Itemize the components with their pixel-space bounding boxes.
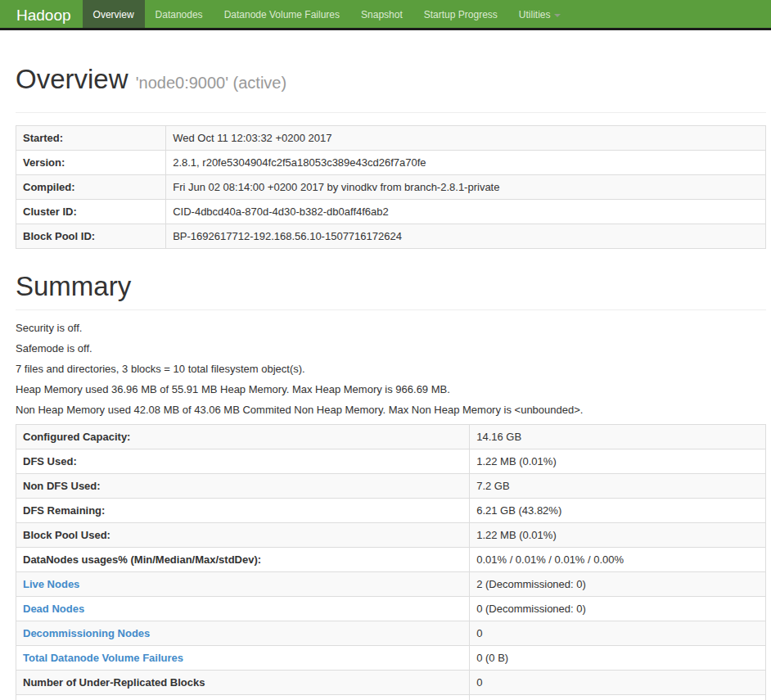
row-label: Non DFS Used: [16,474,470,499]
tab-overview[interactable]: Overview [83,0,145,28]
row-label: Block Pool ID: [16,224,166,249]
row-label: Block Pool Used: [16,523,470,548]
tab-snapshot[interactable]: Snapshot [350,0,413,28]
heap-memory-text: Heap Memory used 36.96 MB of 55.91 MB He… [16,383,766,395]
row-value: 2 (Decommissioned: 0) [470,572,766,597]
row-label: DFS Used: [16,449,470,474]
live-nodes-link[interactable]: Live Nodes [23,578,79,590]
row-value: 0.01% / 0.01% / 0.01% / 0.00% [470,548,766,572]
table-row: Block Pool ID: BP-1692617712-192.168.56.… [16,224,766,249]
tab-utilities-dropdown[interactable]: Utilities [508,0,572,28]
tab-datanodes[interactable]: Datanodes [145,0,214,28]
dead-nodes-link[interactable]: Dead Nodes [23,603,84,615]
security-status-text: Security is off. [16,322,766,334]
table-row: Started: Wed Oct 11 12:03:32 +0200 2017 [16,126,766,151]
navbar: Hadoop Overview Datanodes Datanode Volum… [0,0,771,30]
title-divider [16,112,766,113]
summary-table: Configured Capacity: 14.16 GB DFS Used: … [16,424,766,700]
table-row: Block Pool Used: 1.22 MB (0.01%) [16,523,766,548]
safemode-status-text: Safemode is off. [16,342,766,355]
row-value: 0 [470,695,766,700]
chevron-down-icon [554,14,561,17]
row-label: DataNodes usages% (Min/Median/Max/stdDev… [16,548,470,572]
row-label: Decommissioning Nodes [16,621,470,646]
row-value: 6.21 GB (43.82%) [470,499,766,523]
row-label: Started: [16,126,166,151]
row-value: Fri Jun 02 08:14:00 +0200 2017 by vinodk… [166,175,766,200]
row-label: Total Datanode Volume Failures [16,646,470,671]
row-label: DFS Remaining: [16,499,470,523]
table-row: Configured Capacity: 14.16 GB [16,425,766,449]
row-label: Number of Blocks Pending Deletion [16,695,470,700]
table-row: DFS Remaining: 6.21 GB (43.82%) [16,499,766,523]
row-value: 0 (Decommissioned: 0) [470,597,766,621]
page-title: Overview 'node0:9000' (active) [16,65,766,97]
row-value: CID-4dbcd40a-870d-4d30-b382-db0aff4f6ab2 [166,200,766,224]
table-row: Compiled: Fri Jun 02 08:14:00 +0200 2017… [16,175,766,200]
table-row: Number of Under-Replicated Blocks 0 [16,671,766,695]
total-datanode-volume-failures-link[interactable]: Total Datanode Volume Failures [23,652,183,664]
namenode-info-table: Started: Wed Oct 11 12:03:32 +0200 2017 … [16,125,766,249]
tab-datanode-volume-failures[interactable]: Datanode Volume Failures [214,0,350,28]
table-row: Live Nodes 2 (Decommissioned: 0) [16,572,766,597]
row-value: BP-1692617712-192.168.56.10-150771617262… [166,224,766,249]
row-value: 14.16 GB [470,425,766,449]
brand-hadoop[interactable]: Hadoop [5,0,83,28]
row-value: 0 [470,621,766,646]
row-value: 1.22 MB (0.01%) [470,523,766,548]
row-value: 0 (0 B) [470,646,766,671]
row-value: 1.22 MB (0.01%) [470,449,766,474]
table-row: Dead Nodes 0 (Decommissioned: 0) [16,597,766,621]
tab-utilities-label: Utilities [519,9,551,20]
page-title-subtitle: 'node0:9000' (active) [136,74,286,92]
table-row: Number of Blocks Pending Deletion 0 [16,695,766,700]
table-row: DFS Used: 1.22 MB (0.01%) [16,449,766,474]
row-label: Number of Under-Replicated Blocks [16,671,470,695]
row-value: 0 [470,671,766,695]
row-label: Version: [16,151,166,175]
row-label: Configured Capacity: [16,425,470,449]
row-label: Compiled: [16,175,166,200]
page-content: Overview 'node0:9000' (active) Started: … [0,65,771,700]
row-label: Live Nodes [16,572,470,597]
page-title-text: Overview [16,64,128,94]
row-value: Wed Oct 11 12:03:32 +0200 2017 [166,126,766,151]
row-value: 7.2 GB [470,474,766,499]
non-heap-memory-text: Non Heap Memory used 42.08 MB of 43.06 M… [16,404,766,416]
table-row: Total Datanode Volume Failures 0 (0 B) [16,646,766,671]
table-row: Version: 2.8.1, r20fe5304904fc2f5a18053c… [16,151,766,175]
summary-title: Summary [16,272,766,301]
table-row: Decommissioning Nodes 0 [16,621,766,646]
row-label: Dead Nodes [16,597,470,621]
decommissioning-nodes-link[interactable]: Decommissioning Nodes [23,627,150,639]
row-value: 2.8.1, r20fe5304904fc2f5a18053c389e43cd2… [166,151,766,175]
row-label: Cluster ID: [16,200,166,224]
tab-startup-progress[interactable]: Startup Progress [413,0,508,28]
summary-divider [16,309,766,310]
filesystem-objects-text: 7 files and directories, 3 blocks = 10 t… [16,363,766,375]
table-row: Cluster ID: CID-4dbcd40a-870d-4d30-b382-… [16,200,766,224]
table-row: DataNodes usages% (Min/Median/Max/stdDev… [16,548,766,572]
table-row: Non DFS Used: 7.2 GB [16,474,766,499]
